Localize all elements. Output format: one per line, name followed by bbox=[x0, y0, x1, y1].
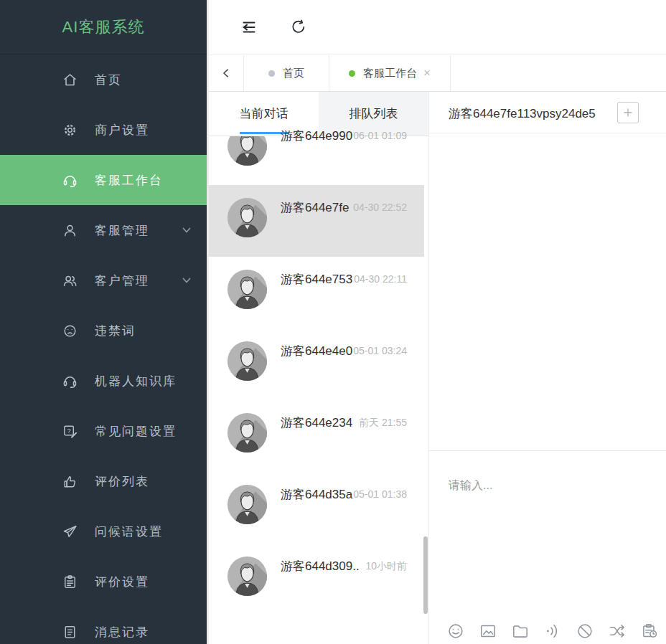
list-item[interactable]: 游客644d35a 05-01 01:38 bbox=[209, 472, 424, 544]
visitor-name: 游客644e7fe113vpsy24de5 bbox=[449, 105, 596, 122]
chevron-down-icon bbox=[181, 224, 192, 236]
visitor-name-short: 游客644e4e0 bbox=[281, 343, 352, 359]
list-item[interactable]: 游客644d309.. 10小时前 bbox=[209, 544, 424, 615]
sidebar-item-greeting-settings[interactable]: 问候语设置 bbox=[0, 506, 207, 557]
home-icon bbox=[62, 72, 78, 88]
users-icon bbox=[62, 273, 78, 289]
sidebar-item-robot-knowledge[interactable]: 机器人知识库 bbox=[0, 356, 207, 406]
sidebar-item-merchant-settings[interactable]: 商户设置 bbox=[0, 105, 207, 155]
message-input[interactable]: 请输入... bbox=[429, 450, 666, 644]
last-message-time: 06-01 01:09 bbox=[353, 130, 407, 141]
visitor-name-short: 游客644e753 bbox=[281, 271, 352, 288]
faq-icon bbox=[62, 423, 78, 440]
list-item[interactable]: 游客644e753 04-30 22:11 bbox=[209, 257, 424, 328]
sidebar-item-home[interactable]: 首页 bbox=[0, 55, 207, 105]
message-area bbox=[429, 133, 666, 450]
folder-icon[interactable] bbox=[511, 622, 530, 640]
sidebar-fold-icon[interactable] bbox=[240, 19, 258, 36]
conversation-list: 游客644e990 06-01 01:09 游客644e7fe 04-30 22… bbox=[209, 92, 424, 615]
sidebar-item-customer-management[interactable]: 客户管理 bbox=[0, 255, 207, 306]
user-icon bbox=[62, 222, 78, 239]
add-session-button[interactable] bbox=[617, 102, 639, 123]
sidebar-nav: 首页 商户设置 客服工作台 客服管理 客户管理 违禁词 机器人知识库 常见问题 bbox=[0, 55, 207, 644]
visitor-name-short: 游客644e990 bbox=[281, 128, 352, 144]
image-icon[interactable] bbox=[479, 622, 497, 640]
block-icon[interactable] bbox=[576, 622, 594, 640]
last-message-time: 05-01 01:38 bbox=[353, 488, 407, 500]
clipboard-icon bbox=[62, 574, 78, 590]
visitor-avatar bbox=[227, 341, 268, 382]
conversation-list-panel: 游客644e990 06-01 01:09 游客644e7fe 04-30 22… bbox=[209, 92, 429, 644]
close-tab-icon[interactable]: × bbox=[423, 66, 431, 80]
main-area: 首页 客服工作台 × 游客644e990 06-01 01:09 游客644e7… bbox=[207, 0, 666, 644]
smiley-icon[interactable] bbox=[446, 622, 465, 640]
workbench-workspace: 游客644e990 06-01 01:09 游客644e7fe 04-30 22… bbox=[209, 92, 666, 644]
last-message-time: 前天 21:55 bbox=[359, 417, 407, 430]
shuffle-icon[interactable] bbox=[608, 622, 627, 640]
voice-icon[interactable] bbox=[543, 622, 562, 640]
last-message-time: 04-30 22:11 bbox=[354, 273, 407, 285]
topbar bbox=[209, 0, 666, 55]
visitor-name-short: 游客644e7fe bbox=[281, 199, 349, 216]
visitor-name-short: 游客644d309.. bbox=[281, 558, 360, 574]
page-tabs-bar: 首页 客服工作台 × bbox=[209, 55, 666, 92]
tabs-back-chevron-icon[interactable] bbox=[209, 55, 244, 91]
tab-home[interactable]: 首页 bbox=[244, 55, 329, 91]
list-item[interactable]: 游客644e4e0 05-01 03:24 bbox=[209, 328, 424, 400]
sad-face-icon bbox=[62, 323, 78, 339]
list-scrollbar[interactable] bbox=[423, 536, 428, 614]
gear-icon bbox=[62, 122, 78, 138]
input-toolbar bbox=[446, 622, 659, 640]
headset-icon bbox=[62, 172, 78, 189]
sidebar-item-review-settings[interactable]: 评价设置 bbox=[0, 557, 207, 607]
sidebar: AI客服系统 首页 商户设置 客服工作台 客服管理 客户管理 违禁词 机器人知识… bbox=[0, 0, 207, 644]
chat-header: 游客644e7fe113vpsy24de5 bbox=[429, 92, 666, 133]
last-message-time: 10小时前 bbox=[365, 560, 407, 573]
visitor-avatar bbox=[227, 412, 268, 453]
input-placeholder: 请输入... bbox=[449, 478, 492, 493]
tab-label: 首页 bbox=[283, 67, 304, 80]
chevron-down-icon bbox=[181, 275, 192, 286]
last-message-time: 05-01 03:24 bbox=[353, 345, 407, 356]
sidebar-item-agent-management[interactable]: 客服管理 bbox=[0, 205, 207, 255]
sidebar-item-message-log[interactable]: 消息记录 bbox=[0, 607, 207, 644]
visitor-avatar bbox=[227, 556, 268, 597]
headset-icon bbox=[62, 373, 78, 389]
list-item[interactable]: 游客644e234 前天 21:55 bbox=[209, 400, 424, 472]
chat-panel: 游客644e7fe113vpsy24de5 请输入... bbox=[429, 92, 666, 644]
send-icon bbox=[62, 524, 78, 540]
app-title: AI客服系统 bbox=[0, 0, 207, 55]
list-item[interactable]: 游客644e7fe 04-30 22:52 bbox=[209, 185, 424, 257]
tab-status-dot bbox=[268, 70, 275, 77]
visitor-avatar bbox=[227, 197, 268, 238]
sidebar-item-banned-words[interactable]: 违禁词 bbox=[0, 306, 207, 356]
sidebar-item-review-list[interactable]: 评价列表 bbox=[0, 456, 207, 506]
refresh-icon[interactable] bbox=[290, 19, 307, 36]
tab-workbench[interactable]: 客服工作台 × bbox=[329, 55, 451, 91]
sidebar-item-workbench[interactable]: 客服工作台 bbox=[0, 155, 207, 205]
thumbs-up-icon bbox=[62, 473, 78, 490]
visitor-avatar bbox=[227, 484, 268, 525]
message-icon bbox=[62, 624, 78, 640]
record-icon[interactable] bbox=[640, 622, 659, 640]
tab-label: 客服工作台 bbox=[363, 67, 417, 80]
plus-icon bbox=[622, 107, 634, 118]
visitor-avatar bbox=[227, 269, 268, 310]
visitor-name-short: 游客644e234 bbox=[281, 415, 352, 431]
last-message-time: 04-30 22:52 bbox=[353, 202, 407, 213]
visitor-name-short: 游客644d35a bbox=[281, 486, 352, 503]
tab-status-dot bbox=[349, 70, 355, 77]
sidebar-item-faq-settings[interactable]: 常见问题设置 bbox=[0, 406, 207, 456]
